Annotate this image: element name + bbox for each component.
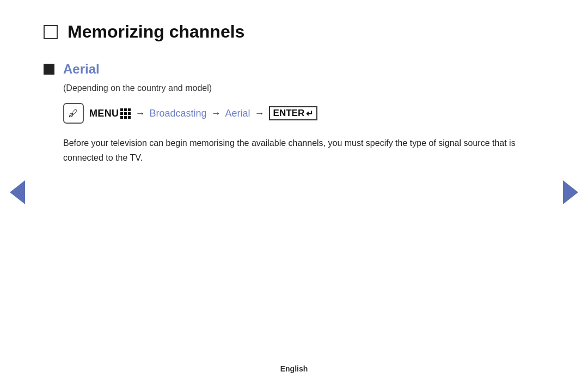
page-container: Memorizing channels Aerial (Depending on… [0, 0, 588, 384]
grid-col-1 [120, 108, 123, 119]
broadcasting-link: Broadcasting [149, 108, 206, 119]
grid-col-3 [128, 108, 131, 119]
enter-text: ENTER [273, 108, 305, 119]
enter-arrow-icon: ↵ [306, 108, 313, 119]
menu-path-row: 🖋 MENU → Broadcasting → [63, 103, 544, 124]
aerial-link: Aerial [225, 108, 250, 119]
main-title-row: Memorizing channels [44, 22, 544, 42]
description-text: Before your television can begin memoris… [63, 136, 544, 165]
page-title: Memorizing channels [68, 22, 244, 42]
menu-hand-icon: 🖋 [69, 108, 78, 119]
arrow-1: → [135, 108, 145, 119]
section-title-row: Aerial [44, 62, 544, 77]
enter-button-label: ENTER↵ [269, 106, 318, 120]
nav-left-arrow[interactable] [10, 180, 25, 204]
section-block: Aerial (Depending on the country and mod… [44, 62, 544, 165]
arrow-3: → [255, 108, 265, 119]
grid-col-2 [124, 108, 127, 119]
nav-right-arrow[interactable] [563, 180, 578, 204]
arrow-2: → [211, 108, 221, 119]
section-title: Aerial [63, 62, 100, 77]
subtitle-text: (Depending on the country and model) [63, 83, 544, 93]
menu-icon-box: 🖋 [63, 103, 84, 124]
footer-language: English [280, 364, 308, 373]
checkbox-icon [44, 25, 58, 39]
black-square-icon [44, 64, 54, 75]
menu-label: MENU [89, 108, 131, 119]
